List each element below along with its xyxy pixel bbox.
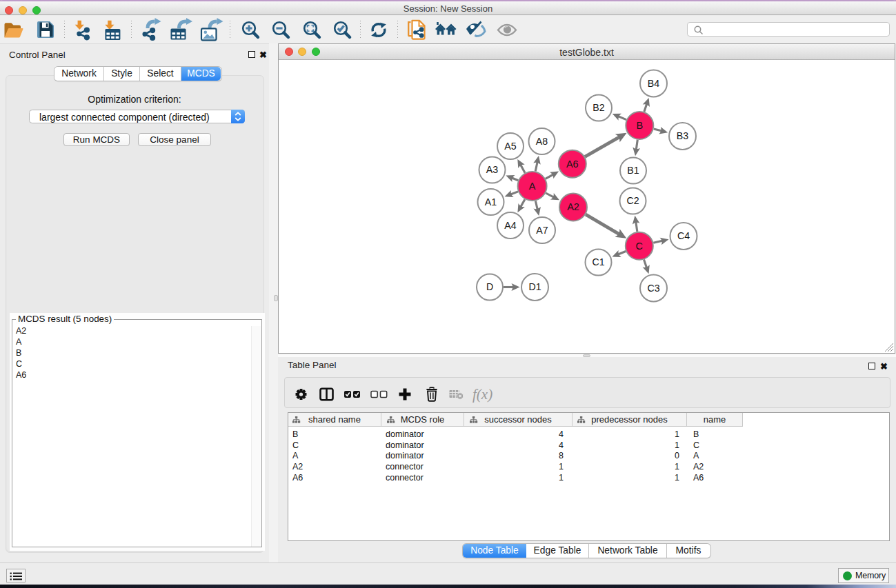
svg-text:A8: A8 xyxy=(536,136,548,147)
svg-text:B: B xyxy=(636,120,643,131)
svg-text:A6: A6 xyxy=(566,159,579,170)
svg-text:A2: A2 xyxy=(567,201,579,212)
svg-text:D: D xyxy=(486,281,493,292)
svg-text:A3: A3 xyxy=(486,164,498,175)
svg-text:D1: D1 xyxy=(528,281,541,292)
svg-text:B1: B1 xyxy=(627,165,639,176)
svg-text:A4: A4 xyxy=(504,220,516,231)
svg-text:A7: A7 xyxy=(536,225,548,236)
svg-text:A1: A1 xyxy=(485,196,497,207)
svg-text:C: C xyxy=(636,241,643,252)
svg-text:f(x): f(x) xyxy=(472,386,492,403)
svg-text:A5: A5 xyxy=(504,141,516,152)
svg-text:B2: B2 xyxy=(593,102,604,113)
svg-text:B4: B4 xyxy=(648,78,659,89)
svg-text:C2: C2 xyxy=(626,195,639,206)
svg-text:C4: C4 xyxy=(677,230,690,241)
svg-text:B3: B3 xyxy=(677,130,688,141)
svg-text:C3: C3 xyxy=(647,283,659,294)
svg-text:A: A xyxy=(529,181,536,192)
svg-text:C1: C1 xyxy=(592,256,604,267)
